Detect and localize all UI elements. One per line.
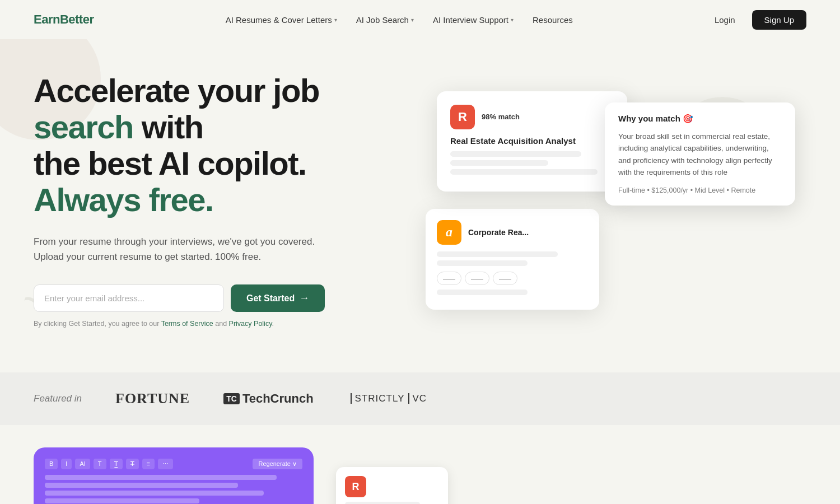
signup-button[interactable]: Sign Up	[752, 10, 806, 30]
hero-right: R 98% match ⊟ Real Estate Acquisition An…	[392, 80, 806, 321]
tc-box: TC	[223, 393, 240, 404]
why-match-meta: Full-time • $125,000/yr • Mid Level • Re…	[618, 186, 782, 194]
nav-ai-resumes[interactable]: AI Resumes & Cover Letters ▾	[218, 11, 345, 29]
bottom-job-card: R	[336, 467, 448, 504]
job-card-header: a Corporate Rea...	[437, 220, 588, 245]
featured-label: Featured in	[34, 393, 82, 404]
hero-section: ~ Accelerate your job search withthe bes…	[0, 39, 840, 372]
chevron-down-icon: ▾	[511, 17, 514, 23]
resume-editor-card: B I AI T T̲ T̶ ≡ ⋯ Regenerate ∨	[34, 447, 314, 504]
skeleton-line	[437, 251, 558, 257]
content-line	[45, 491, 264, 496]
ai-button[interactable]: AI	[75, 459, 90, 469]
skeleton-line	[450, 169, 598, 175]
job-logo-r: R	[450, 105, 475, 129]
why-match-body: Your broad skill set in commercial real …	[618, 130, 782, 179]
job-card-secondary: a Corporate Rea... —— —— ——	[426, 209, 599, 310]
bottom-section: B I AI T T̲ T̶ ≡ ⋯ Regenerate ∨ R	[0, 425, 840, 504]
job-tags: —— —— ——	[437, 272, 588, 285]
bold-button[interactable]: B	[45, 459, 58, 469]
job-tag: ——	[437, 272, 461, 285]
nav-ai-interview[interactable]: AI Interview Support ▾	[425, 11, 521, 29]
fortune-logo: FORTUNE	[115, 390, 190, 407]
card-inner: B I AI T T̲ T̶ ≡ ⋯ Regenerate ∨	[34, 447, 314, 504]
nav-resources[interactable]: Resources	[525, 11, 581, 29]
job-card-header: R 98% match ⊟	[450, 105, 614, 129]
featured-bar: Featured in FORTUNE TC TechCrunch STRICT…	[0, 372, 840, 425]
job-info: Corporate Rea...	[468, 228, 588, 237]
nav-ai-job-search[interactable]: AI Job Search ▾	[348, 11, 422, 29]
regenerate-button[interactable]: Regenerate ∨	[253, 459, 302, 469]
featured-logos: FORTUNE TC TechCrunch STRICTLYVC	[115, 390, 427, 407]
get-started-button[interactable]: Get Started →	[231, 284, 325, 312]
job-tag: ——	[465, 272, 489, 285]
privacy-link[interactable]: Privacy Policy	[229, 320, 272, 328]
strikethrough-button[interactable]: T̶	[126, 459, 139, 469]
editor-content	[45, 475, 302, 504]
job-info: 98% match	[482, 113, 599, 121]
italic-button[interactable]: I	[61, 459, 72, 469]
content-line	[45, 483, 238, 488]
hero-title: Accelerate your job search withthe best …	[34, 73, 392, 218]
list-button[interactable]: ≡	[142, 459, 155, 469]
nav-actions: Login Sign Up	[704, 10, 806, 30]
why-match-popup: Why you match 🎯 Your broad skill set in …	[605, 102, 795, 206]
job-card-main: R 98% match ⊟ Real Estate Acquisition An…	[437, 91, 627, 192]
techcrunch-logo: TC TechCrunch	[223, 391, 313, 406]
editor-toolbar: B I AI T T̲ T̶ ≡ ⋯ Regenerate ∨	[45, 459, 302, 469]
hero-form: Get Started →	[34, 284, 392, 312]
nav-links: AI Resumes & Cover Letters ▾ AI Job Sear…	[218, 11, 581, 29]
chevron-down-icon: ▾	[411, 17, 414, 23]
main-nav: EarnBetter AI Resumes & Cover Letters ▾ …	[0, 0, 840, 39]
arrow-right-icon: →	[299, 292, 309, 304]
text-button[interactable]: T	[94, 459, 106, 469]
skeleton-line	[450, 151, 581, 157]
hero-disclaimer: By clicking Get Started, you agree to ou…	[34, 320, 392, 328]
skeleton-line	[437, 290, 528, 295]
more-button[interactable]: ⋯	[158, 459, 173, 469]
email-input[interactable]	[34, 284, 224, 312]
login-button[interactable]: Login	[704, 11, 745, 29]
content-line	[45, 498, 199, 503]
job-tag: ——	[493, 272, 517, 285]
content-line	[45, 475, 277, 480]
hero-left: Accelerate your job search withthe best …	[34, 73, 392, 328]
underline-button[interactable]: T̲	[110, 459, 123, 469]
skeleton-line	[345, 502, 420, 504]
skeleton-line	[450, 160, 548, 166]
chevron-down-icon: ▾	[334, 17, 337, 23]
secondary-job-title: Corporate Rea...	[468, 228, 588, 237]
hero-subtitle: From your resume through your interviews…	[34, 234, 325, 264]
why-match-title: Why you match 🎯	[618, 114, 782, 124]
job-logo-a: a	[437, 220, 461, 245]
bottom-right: R	[336, 447, 448, 504]
brand-logo[interactable]: EarnBetter	[34, 12, 94, 27]
terms-link[interactable]: Terms of Service	[161, 320, 213, 328]
skeleton-line	[437, 260, 528, 266]
strictlyvc-logo: STRICTLYVC	[347, 393, 427, 404]
job-title: Real Estate Acquisition Analyst	[450, 136, 614, 146]
match-percentage: 98% match	[482, 113, 599, 121]
job-logo-small: R	[345, 476, 366, 497]
